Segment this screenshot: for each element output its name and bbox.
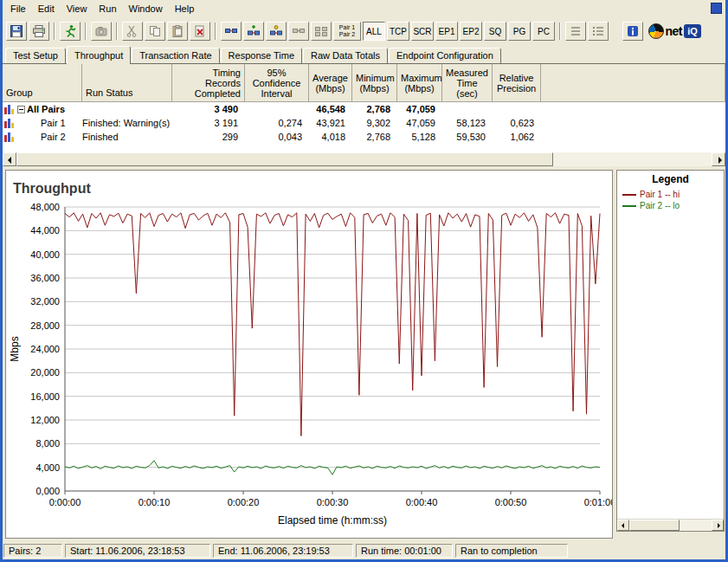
left-arrow-icon [8, 157, 11, 164]
run-test-button[interactable] [60, 22, 81, 41]
svg-text:0:00:20: 0:00:20 [228, 497, 260, 507]
pair1-label: Pair 1 [339, 24, 355, 31]
save-button[interactable] [6, 22, 27, 41]
list-lines-icon [569, 24, 583, 38]
replicate-pair-button[interactable] [311, 22, 332, 41]
menu-file[interactable]: File [4, 2, 32, 16]
menu-edit[interactable]: Edit [32, 2, 61, 16]
right-arrow-icon [718, 157, 722, 164]
svg-text:0:00:50: 0:00:50 [495, 497, 527, 507]
netiq-logo: net iQ [648, 23, 702, 39]
tab-test-setup[interactable]: Test Setup [5, 48, 66, 63]
add-group-button[interactable] [243, 22, 264, 41]
status-pairs: Pairs: 2 [3, 544, 62, 558]
print-button[interactable] [29, 22, 49, 41]
add-pair-button[interactable] [221, 22, 242, 41]
all-filter-button[interactable]: ALL [363, 22, 385, 41]
toolbar-separator [116, 23, 118, 40]
edit-pair-button[interactable] [288, 22, 309, 41]
pairs-chart-icon [4, 104, 16, 114]
netiq-logo-net: net [666, 24, 683, 38]
floppy-icon [10, 24, 23, 38]
ep2-filter-button[interactable]: EP2 [460, 22, 482, 41]
delete-button[interactable] [190, 22, 210, 41]
pc-filter-button[interactable]: PC [532, 22, 555, 41]
menu-window[interactable]: Window [123, 2, 169, 16]
endpoint-pair-gray-icon [292, 24, 306, 38]
scroll-right-button[interactable] [712, 520, 724, 531]
scroll-right-button[interactable] [712, 152, 725, 166]
legend-panel: Legend Pair 1 -- hi Pair 2 -- lo [616, 170, 725, 532]
table-row-pair1[interactable]: Pair 1 Finished: Warning(s) 3 191 0,274 … [3, 116, 725, 130]
camera-icon [94, 24, 108, 38]
svg-text:0:01:00: 0:01:00 [584, 497, 612, 507]
col-timing-records[interactable]: Timing RecordsCompleted [172, 64, 245, 101]
copy-icon [148, 24, 162, 38]
copy-button[interactable] [145, 22, 165, 41]
add-voip-pair-button[interactable] [266, 22, 287, 41]
swap-endpoints-button[interactable]: Pair 1 Pair 2 [333, 22, 361, 41]
header-filler [541, 64, 725, 101]
chart-panel: Throughput 0,0004,0008,00012,00016,00020… [5, 170, 613, 539]
col-average[interactable]: Average(Mbps) [309, 64, 352, 101]
col-minimum[interactable]: Minimum(Mbps) [352, 64, 397, 101]
netiq-globe-icon [648, 23, 664, 39]
menu-help[interactable]: Help [169, 2, 201, 16]
tab-response-time[interactable]: Response Time [221, 48, 302, 63]
pair-chart-icon [4, 132, 16, 142]
tab-throughput[interactable]: Throughput [67, 46, 131, 64]
tab-transaction-rate[interactable]: Transaction Rate [132, 48, 219, 63]
table-horizontal-scrollbar[interactable] [3, 152, 725, 166]
svg-text:20,000: 20,000 [30, 367, 60, 378]
stop-run-button[interactable] [91, 22, 112, 41]
col-run-status[interactable]: Run Status [82, 64, 172, 101]
details-view-button[interactable] [565, 22, 586, 41]
ep1-filter-button[interactable]: EP1 [435, 22, 458, 41]
svg-text:32,000: 32,000 [30, 296, 60, 307]
svg-text:36,000: 36,000 [30, 273, 60, 283]
legend-entry-pair2: Pair 2 -- lo [617, 200, 724, 211]
col-relative-precision[interactable]: RelativePrecision [493, 64, 541, 101]
tab-bar: Test Setup Throughput Transaction Rate R… [3, 45, 725, 63]
toolbar-separator [85, 23, 87, 40]
pair2-line-swatch [622, 205, 636, 207]
list-view-button[interactable] [588, 22, 609, 41]
svg-text:0:00:30: 0:00:30 [317, 497, 349, 507]
tcp-filter-button[interactable]: TCP [387, 22, 409, 41]
svg-text:4,000: 4,000 [35, 462, 60, 473]
scr-filter-button[interactable]: SCR [411, 22, 434, 41]
collapse-icon[interactable] [17, 106, 25, 113]
scrollbar-thumb[interactable] [629, 520, 680, 531]
sq-filter-button[interactable]: SQ [484, 22, 506, 41]
col-group[interactable]: Group [3, 64, 82, 101]
scroll-left-button[interactable] [3, 152, 16, 166]
toolbar-separator [215, 23, 216, 40]
legend-label-pair2: Pair 2 -- lo [640, 201, 680, 210]
delete-red-x-icon [193, 24, 207, 38]
table-row-all-pairs[interactable]: All Pairs 3 490 46,548 2,768 47,059 [3, 102, 725, 116]
printer-icon [32, 24, 46, 38]
tab-endpoint-configuration[interactable]: Endpoint Configuration [389, 48, 501, 63]
endpoint-pair-plus-icon [247, 24, 261, 38]
application-window: File Edit View Run Window Help Pair 1 Pa… [0, 0, 728, 562]
svg-text:0,000: 0,000 [35, 486, 60, 496]
running-man-icon [63, 24, 77, 38]
scrollbar-thumb[interactable] [16, 152, 553, 166]
col-confidence[interactable]: 95% ConfidenceInterval [245, 64, 309, 101]
help-button[interactable] [622, 22, 643, 41]
menu-run[interactable]: Run [93, 2, 122, 16]
col-measured-time[interactable]: MeasuredTime (sec) [442, 64, 493, 101]
tab-raw-data-totals[interactable]: Raw Data Totals [303, 48, 388, 63]
cut-button[interactable] [122, 22, 143, 41]
chart-title: Throughput [13, 181, 91, 197]
table-row-pair2[interactable]: Pair 2 Finished 299 0,043 4,018 2,768 5,… [3, 130, 725, 144]
scroll-left-button[interactable] [617, 520, 629, 531]
legend-horizontal-scrollbar[interactable] [617, 519, 724, 531]
svg-text:0:00:10: 0:00:10 [139, 497, 171, 507]
paste-button[interactable] [167, 22, 188, 41]
pg-filter-button[interactable]: PG [508, 22, 531, 41]
menu-view[interactable]: View [61, 2, 93, 16]
col-maximum[interactable]: Maximum(Mbps) [397, 64, 442, 101]
status-bar: Pairs: 2 Start: 11.06.2006, 23:18:53 End… [3, 542, 725, 559]
pair2-label: Pair 2 [339, 31, 355, 38]
